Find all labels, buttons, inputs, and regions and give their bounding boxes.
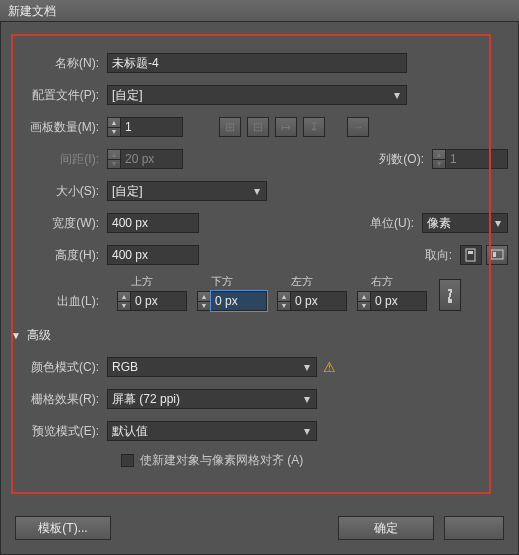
label-spacing: 间距(I):: [11, 151, 107, 168]
step-down-icon[interactable]: ▼: [278, 302, 290, 311]
label-profile: 配置文件(P):: [11, 87, 107, 104]
step-up-icon[interactable]: ▲: [278, 292, 290, 302]
size-value: [自定]: [112, 183, 143, 200]
align-pixel-checkbox[interactable]: [121, 454, 134, 467]
label-name: 名称(N):: [11, 55, 107, 72]
arrange-grid-row-icon: ⊞: [219, 117, 241, 137]
raster-dropdown[interactable]: 屏幕 (72 ppi) ▾: [107, 389, 317, 409]
bleed-left-input[interactable]: [291, 291, 347, 311]
columns-stepper: ▲▼: [432, 149, 508, 169]
label-bleed-right: 右方: [357, 274, 393, 289]
svg-rect-4: [449, 293, 451, 297]
preview-dropdown[interactable]: 默认值 ▾: [107, 421, 317, 441]
dialog-body: 名称(N): 配置文件(P): [自定] ▾ 画板数量(M): ▲▼ ⊞ ⊟ ↦…: [0, 22, 519, 555]
spacing-input: [121, 149, 183, 169]
colormode-value: RGB: [112, 360, 138, 374]
step-up-icon: ▲: [433, 150, 445, 160]
step-up-icon[interactable]: ▲: [108, 118, 120, 128]
chevron-down-icon: ▾: [300, 424, 314, 438]
chevron-down-icon: ▾: [300, 392, 314, 406]
profile-value: [自定]: [112, 87, 143, 104]
arrange-group: ⊞ ⊟ ↦ ↧ →: [219, 117, 369, 137]
warning-icon: ⚠: [323, 359, 336, 375]
spacing-stepper: ▲▼: [107, 149, 183, 169]
label-height: 高度(H):: [11, 247, 107, 264]
svg-rect-2: [491, 250, 503, 259]
label-bleed-bottom: 下方: [197, 274, 233, 289]
name-input[interactable]: [107, 53, 407, 73]
label-size: 大小(S):: [11, 183, 107, 200]
arrange-col-icon: ↧: [303, 117, 325, 137]
columns-input: [446, 149, 508, 169]
chevron-down-icon: ▾: [390, 88, 404, 102]
align-pixel-label: 使新建对象与像素网格对齐 (A): [140, 452, 303, 469]
link-bleed-icon[interactable]: [439, 279, 461, 311]
step-down-icon: ▼: [108, 160, 120, 169]
raster-value: 屏幕 (72 ppi): [112, 391, 180, 408]
artboards-stepper[interactable]: ▲▼: [107, 117, 183, 137]
advanced-toggle[interactable]: ▼ 高级: [11, 327, 508, 344]
bleed-left-stepper[interactable]: ▲▼: [277, 291, 347, 311]
dialog-title: 新建文档: [0, 0, 519, 22]
advanced-label: 高级: [27, 327, 51, 344]
label-columns: 列数(O):: [352, 151, 432, 168]
triangle-down-icon: ▼: [11, 330, 21, 341]
arrange-grid-col-icon: ⊟: [247, 117, 269, 137]
bleed-bottom-stepper[interactable]: ▲▼: [197, 291, 267, 311]
label-preview: 预览模式(E):: [11, 423, 107, 440]
ok-button[interactable]: 确定: [338, 516, 434, 540]
orient-portrait-icon[interactable]: [460, 245, 482, 265]
label-orient: 取向:: [380, 247, 460, 264]
secondary-button[interactable]: [444, 516, 504, 540]
step-down-icon: ▼: [433, 160, 445, 169]
chevron-down-icon: ▾: [491, 216, 505, 230]
label-colormode: 颜色模式(C):: [11, 359, 107, 376]
svg-rect-0: [466, 249, 475, 261]
chevron-down-icon: ▾: [300, 360, 314, 374]
label-bleed-top: 上方: [117, 274, 153, 289]
width-input[interactable]: [107, 213, 199, 233]
label-bleed-left: 左方: [277, 274, 313, 289]
label-bleed: 出血(L):: [11, 291, 107, 311]
bleed-bottom-input[interactable]: [211, 291, 267, 311]
step-down-icon[interactable]: ▼: [358, 302, 370, 311]
chevron-down-icon: ▾: [250, 184, 264, 198]
colormode-dropdown[interactable]: RGB ▾: [107, 357, 317, 377]
bleed-right-stepper[interactable]: ▲▼: [357, 291, 427, 311]
bleed-right-input[interactable]: [371, 291, 427, 311]
step-up-icon[interactable]: ▲: [198, 292, 210, 302]
bleed-top-input[interactable]: [131, 291, 187, 311]
arrange-rtl-icon: →: [347, 117, 369, 137]
artboards-input[interactable]: [121, 117, 183, 137]
svg-rect-3: [493, 252, 496, 257]
label-units: 单位(U):: [342, 215, 422, 232]
step-up-icon[interactable]: ▲: [118, 292, 130, 302]
preview-value: 默认值: [112, 423, 148, 440]
step-down-icon[interactable]: ▼: [118, 302, 130, 311]
templates-button[interactable]: 模板(T)...: [15, 516, 111, 540]
units-value: 像素: [427, 215, 451, 232]
arrange-row-icon: ↦: [275, 117, 297, 137]
units-dropdown[interactable]: 像素 ▾: [422, 213, 508, 233]
bleed-top-stepper[interactable]: ▲▼: [117, 291, 187, 311]
label-width: 宽度(W):: [11, 215, 107, 232]
label-raster: 栅格效果(R):: [11, 391, 107, 408]
height-input[interactable]: [107, 245, 199, 265]
svg-rect-1: [468, 251, 473, 254]
size-dropdown[interactable]: [自定] ▾: [107, 181, 267, 201]
label-artboards: 画板数量(M):: [11, 119, 107, 136]
step-up-icon[interactable]: ▲: [358, 292, 370, 302]
step-down-icon[interactable]: ▼: [108, 128, 120, 137]
step-up-icon: ▲: [108, 150, 120, 160]
orient-landscape-icon[interactable]: [486, 245, 508, 265]
profile-dropdown[interactable]: [自定] ▾: [107, 85, 407, 105]
step-down-icon[interactable]: ▼: [198, 302, 210, 311]
